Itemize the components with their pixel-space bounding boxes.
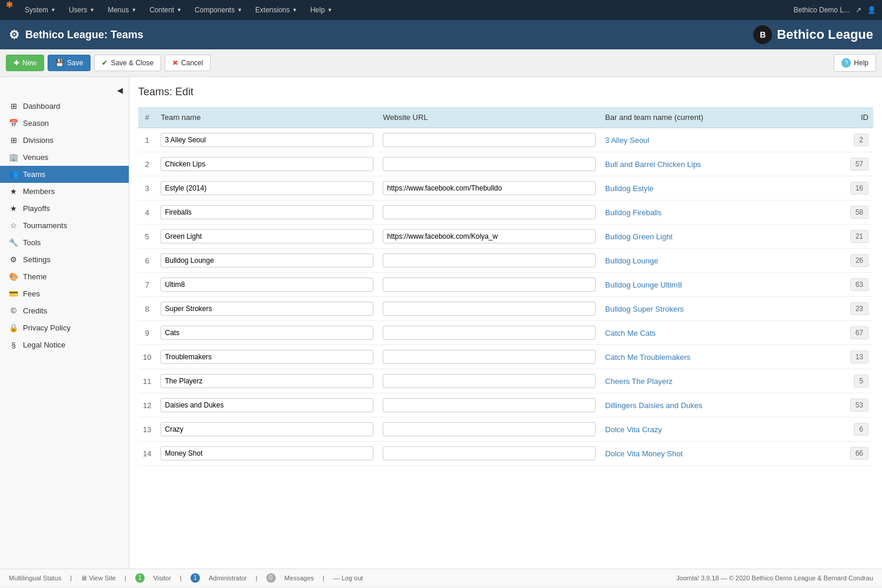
website-url-input[interactable]: [383, 229, 596, 243]
team-name-input[interactable]: [161, 278, 373, 292]
row-team-name: [156, 297, 378, 321]
row-bar-team: Bulldog Lounge: [600, 249, 826, 273]
team-name-input[interactable]: [161, 374, 373, 388]
website-url-input[interactable]: [383, 278, 596, 292]
privacy-icon: 🔒: [9, 323, 18, 332]
table-row: 14 Dolce Vita Money Shot 66: [138, 442, 873, 466]
team-name-input[interactable]: [161, 302, 373, 316]
bar-team-link[interactable]: Dolce Vita Crazy: [605, 425, 662, 434]
sidebar-item-season[interactable]: 📅 Season: [0, 115, 129, 132]
website-url-input[interactable]: [383, 446, 596, 460]
user-icon[interactable]: 👤: [867, 6, 876, 14]
playoffs-icon: ★: [9, 204, 18, 213]
row-num: 14: [138, 442, 156, 466]
sidebar-item-theme[interactable]: 🎨 Theme: [0, 268, 129, 285]
sidebar-item-legal[interactable]: § Legal Notice: [0, 336, 129, 353]
sidebar-item-divisions[interactable]: ⊞ Divisions: [0, 132, 129, 149]
bar-team-link[interactable]: Bulldog Green Light: [605, 232, 673, 241]
header-icon: ⚙: [9, 28, 19, 42]
row-bar-team: Catch Me Cats: [600, 321, 826, 345]
bar-team-link[interactable]: Bulldog Fireballs: [605, 208, 662, 217]
toggle-icon[interactable]: ◀: [117, 86, 123, 95]
website-url-input[interactable]: [383, 398, 596, 412]
website-url-input[interactable]: [383, 374, 596, 388]
bar-team-link[interactable]: Bull and Barrel Chicken Lips: [605, 160, 701, 169]
nav-components[interactable]: Components▼: [189, 0, 248, 20]
team-name-input[interactable]: [161, 422, 373, 436]
team-name-input[interactable]: [161, 157, 373, 171]
sidebar-item-tools[interactable]: 🔧 Tools: [0, 234, 129, 251]
row-id: 63: [826, 273, 873, 297]
bar-team-link[interactable]: Bulldog Estyle: [605, 184, 653, 193]
nav-help[interactable]: Help▼: [305, 0, 339, 20]
website-url-input[interactable]: [383, 157, 596, 171]
bar-team-link[interactable]: Catch Me Cats: [605, 329, 656, 338]
bar-team-link[interactable]: 3 Alley Seoul: [605, 136, 649, 145]
nav-extensions[interactable]: Extensions▼: [249, 0, 303, 20]
bar-team-link[interactable]: Bulldog Lounge Ultim8: [605, 280, 682, 289]
row-bar-team: Bull and Barrel Chicken Lips: [600, 152, 826, 176]
website-url-input[interactable]: [383, 302, 596, 316]
separator-3: |: [180, 574, 182, 582]
nav-system[interactable]: System▼: [19, 0, 62, 20]
bar-team-link[interactable]: Dolce Vita Money Shot: [605, 449, 683, 458]
tools-icon: 🔧: [9, 238, 18, 247]
nav-menus[interactable]: Menus▼: [102, 0, 142, 20]
bar-team-link[interactable]: Bulldog Super Strokers: [605, 305, 684, 313]
nav-users[interactable]: Users▼: [63, 0, 101, 20]
save-button[interactable]: 💾 Save: [48, 55, 91, 71]
logo-text: Bethico League: [777, 27, 873, 42]
row-team-name: [156, 152, 378, 176]
team-name-input[interactable]: [161, 205, 373, 219]
row-num: 6: [138, 249, 156, 273]
save-close-button[interactable]: ✔ Save & Close: [94, 55, 161, 71]
row-team-name: [156, 321, 378, 345]
table-row: 13 Dolce Vita Crazy 6: [138, 417, 873, 442]
bar-team-link[interactable]: Catch Me Troublemakers: [605, 353, 690, 362]
sidebar-item-dashboard[interactable]: ⊞ Dashboard: [0, 98, 129, 115]
website-url-input[interactable]: [383, 326, 596, 340]
website-url-input[interactable]: [383, 253, 596, 268]
id-badge: 2: [854, 133, 868, 146]
team-name-input[interactable]: [161, 181, 373, 195]
sidebar-toggle[interactable]: ◀: [0, 83, 129, 98]
nav-content[interactable]: Content▼: [143, 0, 188, 20]
row-id: 21: [826, 225, 873, 249]
joomla-brand: ✱: [6, 0, 13, 20]
row-num: 10: [138, 345, 156, 369]
bar-team-link[interactable]: Bulldog Lounge: [605, 256, 658, 265]
website-url-input[interactable]: [383, 133, 596, 147]
view-site-link[interactable]: 🖥 View Site: [81, 574, 116, 582]
sidebar-item-venues[interactable]: 🏢 Venues: [0, 149, 129, 166]
website-url-input[interactable]: [383, 181, 596, 195]
row-id: 67: [826, 321, 873, 345]
sidebar-item-playoffs[interactable]: ★ Playoffs: [0, 200, 129, 217]
website-url-input[interactable]: [383, 205, 596, 219]
sidebar-item-tournaments[interactable]: ☆ Tournaments: [0, 217, 129, 234]
website-url-input[interactable]: [383, 422, 596, 436]
logout-link[interactable]: — Log out: [333, 574, 363, 582]
team-name-input[interactable]: [161, 326, 373, 340]
sidebar-item-privacy[interactable]: 🔒 Privacy Policy: [0, 319, 129, 336]
website-url-input[interactable]: [383, 350, 596, 364]
bar-team-link[interactable]: Dillingers Daisies and Dukes: [605, 401, 702, 410]
team-name-input[interactable]: [161, 446, 373, 460]
team-name-input[interactable]: [161, 133, 373, 147]
id-badge: 63: [850, 278, 868, 291]
sidebar-item-settings[interactable]: ⚙ Settings: [0, 251, 129, 268]
cancel-button[interactable]: ✖ Cancel: [165, 55, 211, 71]
team-name-input[interactable]: [161, 398, 373, 412]
team-name-input[interactable]: [161, 253, 373, 268]
user-display[interactable]: Bethico Demo L...: [794, 6, 850, 14]
multilingual-status[interactable]: Multilingual Status: [9, 574, 61, 582]
help-button[interactable]: ? Help: [834, 54, 876, 72]
sidebar-item-members[interactable]: ★ Members: [0, 183, 129, 200]
brand-logo: B Bethico League: [753, 25, 873, 44]
team-name-input[interactable]: [161, 350, 373, 364]
sidebar-item-fees[interactable]: 💳 Fees: [0, 285, 129, 302]
new-button[interactable]: ✚ New: [6, 55, 44, 71]
sidebar-item-teams[interactable]: 👥 Teams: [0, 166, 129, 183]
team-name-input[interactable]: [161, 229, 373, 243]
bar-team-link[interactable]: Cheers The Playerz: [605, 377, 673, 386]
sidebar-item-credits[interactable]: © Credits: [0, 302, 129, 319]
